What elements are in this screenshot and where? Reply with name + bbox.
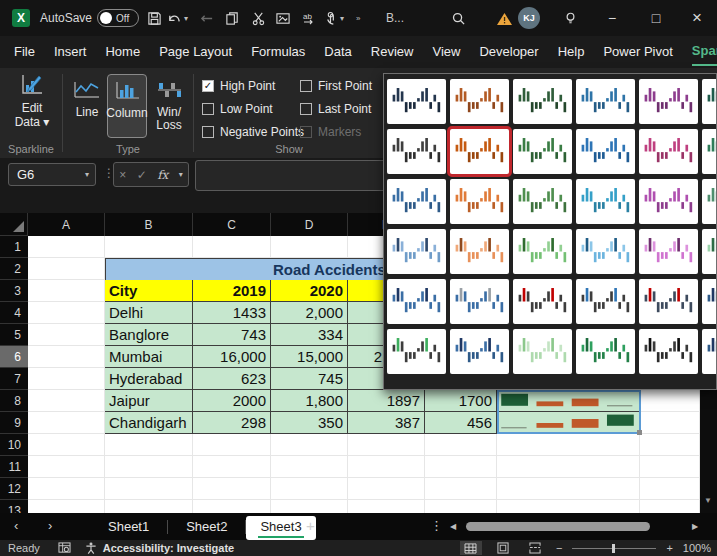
winloss-type-button[interactable]: Win/ Loss xyxy=(149,74,189,138)
sparkline-style-tile-23[interactable] xyxy=(639,229,698,274)
sparkline-style-tile-21[interactable] xyxy=(513,229,572,274)
cell-C8[interactable]: 2000 xyxy=(193,390,271,412)
name-box[interactable]: G6 ▾ xyxy=(8,163,96,186)
menu-tab-sparkline[interactable]: Sparkline xyxy=(692,39,717,66)
cell-B4[interactable]: Delhi xyxy=(105,302,193,324)
cell-C3[interactable]: 2019 xyxy=(193,280,271,302)
row-header-9[interactable]: 9 xyxy=(0,412,28,434)
confirm-entry-icon[interactable]: ✓ xyxy=(137,168,147,182)
undo-chevron-icon[interactable]: ▾ xyxy=(184,14,188,23)
lightbulb-icon[interactable] xyxy=(562,10,579,27)
zoom-slider-thumb[interactable] xyxy=(612,544,615,553)
sparkline-style-tile-30[interactable] xyxy=(702,279,717,324)
checkbox-markers[interactable]: Markers xyxy=(300,120,395,143)
insert-function-icon[interactable]: fx xyxy=(157,168,168,182)
prev-sheet-icon[interactable]: ‹ xyxy=(14,518,18,533)
menu-tab-help[interactable]: Help xyxy=(558,40,585,65)
sparkline-style-tile-10[interactable] xyxy=(576,129,635,174)
cell-B8[interactable]: Jaipur xyxy=(105,390,193,412)
replace-icon[interactable]: ab xyxy=(300,10,317,27)
hscroll-thumb[interactable] xyxy=(466,522,650,531)
cell-B3[interactable]: City xyxy=(105,280,193,302)
warning-icon[interactable] xyxy=(496,10,513,27)
sparkline-style-tile-35[interactable] xyxy=(639,329,698,374)
sparkline-style-tile-31[interactable] xyxy=(387,329,446,374)
maximize-button[interactable]: □ xyxy=(636,0,676,36)
next-sheet-icon[interactable]: › xyxy=(48,518,52,533)
sparkline-style-tile-12[interactable] xyxy=(702,129,717,174)
page-break-view-button[interactable] xyxy=(524,541,546,555)
cell-B7[interactable]: Hyderabad xyxy=(105,368,193,390)
cell-E9[interactable]: 387 xyxy=(348,412,425,434)
row-header-5[interactable]: 5 xyxy=(0,324,28,346)
cell-B9[interactable]: Chandigarh xyxy=(105,412,193,434)
sparkline-style-tile-34[interactable] xyxy=(576,329,635,374)
sparkline-style-tile-26[interactable] xyxy=(450,279,509,324)
sparkline-style-tile-32[interactable] xyxy=(450,329,509,374)
sparkline-style-tile-36[interactable] xyxy=(702,329,717,374)
row-header-2[interactable]: 2 xyxy=(0,258,28,280)
cell-C9[interactable]: 298 xyxy=(193,412,271,434)
menu-tab-insert[interactable]: Insert xyxy=(54,40,87,65)
cell-B5[interactable]: Banglore xyxy=(105,324,193,346)
menu-tab-page-layout[interactable]: Page Layout xyxy=(159,40,232,65)
zoom-slider[interactable] xyxy=(572,548,656,549)
minimize-button[interactable]: − xyxy=(592,0,632,36)
cell-D6[interactable]: 15,000 xyxy=(271,346,348,368)
tabbar-more-icon[interactable]: ⋮ xyxy=(430,518,443,533)
more-commands-icon[interactable]: » xyxy=(356,14,360,23)
zoom-level[interactable]: 100% xyxy=(683,542,711,554)
autosave-toggle[interactable]: Off xyxy=(97,9,139,27)
sparkline-style-tile-19[interactable] xyxy=(387,229,446,274)
menu-tab-formulas[interactable]: Formulas xyxy=(251,40,305,65)
macro-record-icon[interactable] xyxy=(58,542,71,554)
hscroll-right-icon[interactable]: ▶ xyxy=(692,522,698,531)
sparkline-style-tile-28[interactable] xyxy=(576,279,635,324)
row-header-1[interactable]: 1 xyxy=(0,236,28,258)
row-header-13[interactable]: 13 xyxy=(0,500,28,513)
sparkline-style-tile-7[interactable] xyxy=(387,129,446,174)
menu-tab-developer[interactable]: Developer xyxy=(479,40,538,65)
cell-C5[interactable]: 743 xyxy=(193,324,271,346)
close-button[interactable]: × xyxy=(677,0,717,36)
hscroll-left-icon[interactable]: ◀ xyxy=(450,522,456,531)
sparkline-style-tile-5[interactable] xyxy=(639,79,698,124)
cell-D9[interactable]: 350 xyxy=(271,412,348,434)
sparkline-style-tile-13[interactable] xyxy=(387,179,446,224)
cell-C7[interactable]: 623 xyxy=(193,368,271,390)
sparkline-style-tile-18[interactable] xyxy=(702,179,717,224)
sparkline-style-tile-27[interactable] xyxy=(513,279,572,324)
sparkline-style-tile-29[interactable] xyxy=(639,279,698,324)
row-header-7[interactable]: 7 xyxy=(0,368,28,390)
cell-D7[interactable]: 745 xyxy=(271,368,348,390)
touch-mode-icon[interactable] xyxy=(322,10,339,27)
column-header-D[interactable]: D xyxy=(271,213,348,236)
sparkline-style-tile-20[interactable] xyxy=(450,229,509,274)
sheet-tab-sheet1[interactable]: Sheet1 xyxy=(90,515,167,538)
column-type-button[interactable]: Column xyxy=(107,74,147,138)
fill-handle[interactable] xyxy=(637,430,642,435)
sparkline-style-tile-6[interactable] xyxy=(702,79,717,124)
cell-F9[interactable]: 456 xyxy=(425,412,497,434)
sparkline-style-tile-14[interactable] xyxy=(450,179,509,224)
sparkline-style-tile-11[interactable] xyxy=(639,129,698,174)
cell-E8[interactable]: 1897 xyxy=(348,390,425,412)
cancel-entry-icon[interactable]: × xyxy=(119,168,126,182)
edit-data-button[interactable]: Edit Data ▾ xyxy=(8,72,56,138)
avatar[interactable]: KJ xyxy=(518,7,540,29)
row-header-10[interactable]: 10 xyxy=(0,434,28,456)
sparkline-style-tile-3[interactable] xyxy=(513,79,572,124)
checkbox-negative-points[interactable]: Negative Points xyxy=(202,120,297,143)
column-header-C[interactable]: C xyxy=(193,213,271,236)
sparkline-style-tile-24[interactable] xyxy=(702,229,717,274)
row-header-6[interactable]: 6 xyxy=(0,346,28,368)
row-header-12[interactable]: 12 xyxy=(0,478,28,500)
zoom-out-button[interactable]: − xyxy=(556,542,562,554)
checkbox-last-point[interactable]: Last Point xyxy=(300,97,395,120)
touch-chevron-icon[interactable]: ▾ xyxy=(340,14,344,23)
row-header-3[interactable]: 3 xyxy=(0,280,28,302)
copy-icon[interactable] xyxy=(224,10,241,27)
sparkline-style-tile-16[interactable] xyxy=(576,179,635,224)
scroll-down-icon[interactable]: ▼ xyxy=(704,496,712,505)
cell-D4[interactable]: 2,000 xyxy=(271,302,348,324)
